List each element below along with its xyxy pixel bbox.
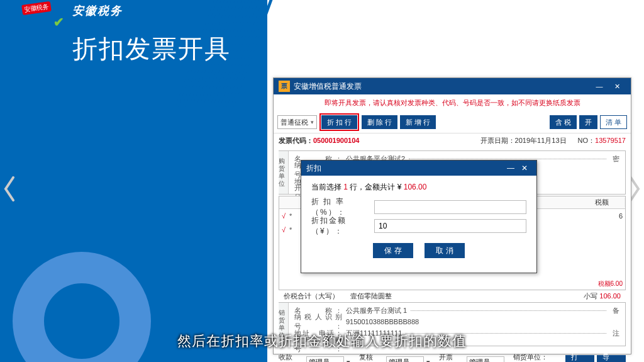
brand-badge: 安徽税务	[21, 1, 52, 15]
window-title: 安徽增值税普通发票	[294, 81, 591, 92]
total-small-value: 106.00	[599, 292, 621, 300]
dialog-close-button[interactable]: ✕	[518, 164, 531, 173]
reviewer-input[interactable]	[386, 356, 424, 362]
total-caps-value: 壹佰零陆圆整	[350, 291, 392, 301]
video-subtitle: 然后在折扣率或折扣金额处输入要折扣的数值	[0, 332, 644, 351]
notice-text: 即将开具发票，请认真核对发票种类、代码、号码是否一致，如不同请更换纸质发票	[274, 94, 631, 111]
print-button[interactable]: 打 印	[565, 355, 594, 362]
invoice-date: 开票日期：2019年11月13日	[480, 136, 567, 145]
items-footer-tax: 税额6.00	[598, 280, 623, 288]
page-title: 折扣发票开具	[72, 31, 231, 66]
rate-label: 折 扣 率（%）：	[311, 196, 374, 218]
dialog-title: 折扣	[306, 163, 321, 174]
discount-amount-input[interactable]	[374, 219, 526, 233]
tax-type-dropdown[interactable]: 普通征税	[277, 115, 317, 129]
discount-rate-input[interactable]	[374, 200, 526, 214]
seller-taxno: 9150010388BBBBB888	[346, 318, 419, 325]
seller-stamp: 销货单位：（章）	[513, 353, 563, 362]
invoice-icon: 票	[279, 81, 290, 92]
brand-logo: 安徽税务 ✔ 安徽税务	[25, 3, 123, 18]
close-button[interactable]: ✕	[608, 81, 626, 92]
col-tax-amount: 税额	[591, 198, 625, 207]
buyer-tag: 购货单位	[279, 151, 289, 194]
delete-row-button[interactable]: 删 除 行	[362, 115, 397, 129]
drawer-input[interactable]	[467, 356, 504, 362]
prev-slide-button[interactable]	[2, 176, 17, 201]
discount-row-highlight: 折 扣 行	[319, 113, 359, 131]
with-tax-button[interactable]: 含 税	[550, 115, 577, 129]
total-caps-label: 价税合计（大写）	[284, 291, 339, 301]
dialog-summary: 当前选择 1 行，金额共计 ¥ 106.00	[311, 182, 526, 193]
seller-name: 公共服务平台测试 1	[346, 306, 407, 315]
invoice-no: NO：13579517	[578, 136, 626, 145]
minimize-button[interactable]: —	[591, 81, 608, 92]
dialog-minimize-button[interactable]: —	[504, 164, 518, 173]
discount-dialog: 折扣 — ✕ 当前选择 1 行，金额共计 ¥ 106.00 折 扣 率（%）： …	[301, 160, 537, 273]
open-button[interactable]: 开	[579, 115, 597, 129]
import-button[interactable]: 导 入	[597, 355, 626, 362]
dialog-save-button[interactable]: 保 存	[373, 243, 413, 258]
payee-input[interactable]	[306, 356, 344, 362]
discount-row-button[interactable]: 折 扣 行	[321, 115, 357, 129]
clear-button[interactable]: 清 单	[600, 115, 627, 129]
brand-name: 安徽税务	[72, 3, 123, 18]
invoice-code: 发票代码：050001900104	[279, 136, 359, 145]
add-row-button[interactable]: 新 增 行	[400, 115, 436, 129]
dialog-cancel-button[interactable]: 取 消	[425, 243, 465, 258]
amount-label: 折扣金额（¥）：	[311, 215, 374, 237]
